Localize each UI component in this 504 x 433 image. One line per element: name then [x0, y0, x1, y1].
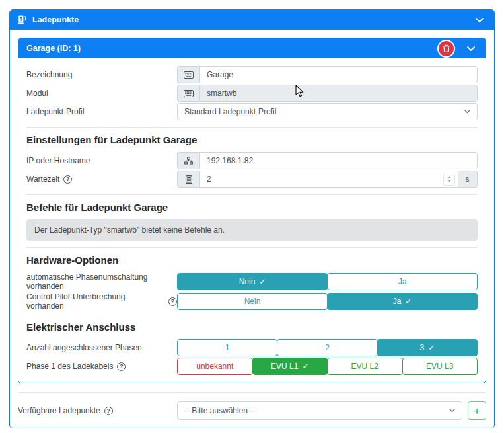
ip-label: IP oder Hostname [26, 156, 177, 165]
divider [26, 247, 478, 248]
divider [26, 194, 478, 195]
ladepunkt-profil-label: Ladepunkt-Profil [26, 107, 177, 116]
page: Ladepunkte Garage (ID: 1) [0, 0, 504, 433]
chargepoint-title: Garage (ID: 1) [26, 44, 81, 53]
chevron-down-icon [464, 110, 470, 114]
phase1-evu-l2-button[interactable]: EVU L2 [327, 358, 403, 375]
panel-title: Ladepunkte [32, 15, 79, 24]
ladepunkt-profil-select[interactable]: Standard Ladepunkt-Profil [177, 103, 478, 120]
wartezeit-row: Wartezeit 2 [26, 171, 478, 188]
unit-label: s [458, 171, 478, 188]
phasen-1-button[interactable]: 1 [177, 339, 277, 356]
number-stepper[interactable] [443, 173, 455, 186]
chevron-down-icon [449, 409, 455, 413]
phasen-3-button[interactable]: 3✓ [377, 339, 478, 356]
ladepunkte-panel: Ladepunkte Garage (ID: 1) [9, 9, 495, 428]
phase1-ladekabel-label: Phase 1 des Ladekabels [26, 362, 113, 371]
verfuegbare-ladepunkte-label: Verfügbare Ladepunkte [18, 406, 100, 415]
bezeichnung-row: Bezeichnung [26, 66, 478, 83]
phasenumschaltung-row: automatische Phasenumschaltung vorhanden… [26, 272, 478, 291]
modul-label: Modul [26, 89, 177, 98]
modul-row: Modul [26, 85, 478, 102]
verfuegbare-ladepunkte-select[interactable]: -- Bitte auswählen -- [177, 401, 462, 420]
phasen-anzahl-row: Anzahl angeschlossener Phasen 1 2 [26, 339, 478, 356]
keyboard-icon [177, 85, 199, 102]
verfuegbare-ladepunkte-row: Verfügbare Ladepunkte -- Bitte auswählen… [18, 401, 486, 420]
check-icon: ✓ [259, 277, 266, 286]
wartezeit-label: Wartezeit [26, 175, 59, 184]
phase1-evu-l1-button[interactable]: EVU L1✓ [252, 358, 328, 375]
check-icon: ✓ [405, 297, 412, 306]
phasenumschaltung-label: automatische Phasenumschaltung vorhanden [26, 272, 177, 291]
calculator-icon [177, 171, 199, 188]
trash-icon [443, 44, 450, 52]
divider [18, 392, 486, 393]
chargepoint-card-header[interactable]: Garage (ID: 1) [18, 38, 486, 58]
modul-input [199, 85, 478, 102]
hardware-heading: Hardware-Optionen [26, 255, 478, 266]
help-icon[interactable] [117, 362, 126, 371]
settings-heading: Einstellungen für Ladepunkt Garage [26, 134, 478, 145]
ip-row: IP oder Hostname [26, 152, 478, 169]
ladepunkt-profil-row: Ladepunkt-Profil Standard Ladepunkt-Prof… [26, 103, 478, 120]
electrical-heading: Elektrischer Anschluss [26, 321, 478, 333]
check-icon: ✓ [302, 362, 308, 371]
phasen-anzahl-label: Anzahl angeschlossener Phasen [26, 343, 177, 352]
bezeichnung-input[interactable] [199, 66, 478, 83]
cp-unterbrechung-row: Control-Pilot-Unterbrechung vorhanden Ne… [26, 292, 478, 311]
phase1-unbekannt-button[interactable]: unbekannt [177, 358, 253, 375]
no-commands-notice: Der Ladepunkt-Typ "smartwb" bietet keine… [26, 219, 478, 241]
commands-heading: Befehle für Ladepunkt Garage [26, 202, 478, 213]
divider [26, 127, 478, 128]
check-icon: ✓ [428, 343, 435, 352]
help-icon[interactable] [104, 407, 113, 415]
cp-unterbrechung-label: Control-Pilot-Unterbrechung vorhanden [26, 292, 164, 311]
phase1-evu-l3-button[interactable]: EVU L3 [402, 358, 478, 375]
cp-ja-button[interactable]: Ja✓ [327, 293, 478, 310]
phasen-2-button[interactable]: 2 [277, 339, 377, 356]
ip-input[interactable] [199, 152, 478, 169]
keyboard-icon [177, 66, 199, 83]
chevron-down-icon[interactable] [473, 17, 486, 24]
wartezeit-input[interactable]: 2 [199, 171, 458, 188]
bezeichnung-label: Bezeichnung [26, 70, 177, 79]
ladepunkte-panel-header[interactable]: Ladepunkte [10, 10, 494, 30]
delete-chargepoint-button[interactable] [437, 40, 455, 58]
phasenumschaltung-nein-button[interactable]: Nein✓ [177, 273, 328, 290]
chevron-down-icon[interactable] [464, 45, 478, 52]
chargepoint-card: Garage (ID: 1) B [18, 38, 486, 383]
cp-nein-button[interactable]: Nein [177, 293, 328, 310]
help-icon[interactable] [168, 297, 177, 306]
phase1-ladekabel-row: Phase 1 des Ladekabels unbekannt EVU L1✓ [26, 358, 478, 375]
charging-station-icon [18, 15, 27, 24]
add-chargepoint-button[interactable]: + [468, 401, 486, 420]
phasenumschaltung-ja-button[interactable]: Ja [327, 273, 478, 290]
network-icon [177, 152, 199, 169]
help-icon[interactable] [63, 175, 72, 184]
